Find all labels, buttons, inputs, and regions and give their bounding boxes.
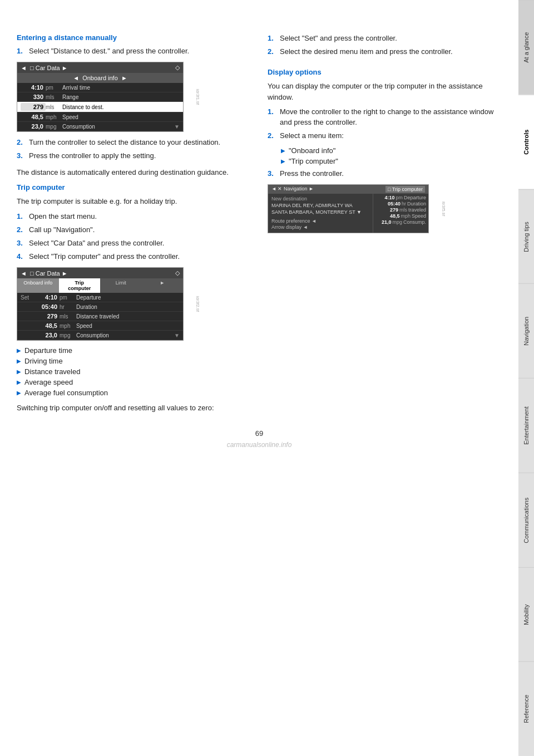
do-step-1-text: Move the controller to the right to chan… xyxy=(280,107,502,127)
bullet-5: ▶ Average fuel consumption xyxy=(17,389,251,397)
trip-computer-bullets: ▶ Departure time ▶ Driving time ▶ Distan… xyxy=(17,346,251,397)
mockup1-title: ◄ □ Car Data ► xyxy=(21,65,68,71)
m2-row5-val: 23,0 xyxy=(34,332,60,338)
sidebar-tab-communications[interactable]: Communications xyxy=(518,473,534,567)
mockup2-row-2: 05:40 hr Duration xyxy=(17,302,183,312)
row1-val: 4:10 xyxy=(21,84,46,91)
bullet-4-arrow: ▶ xyxy=(17,379,21,385)
sidebar-tab-reference[interactable]: Reference xyxy=(518,661,534,756)
step-3-text: Press the controller to apply the settin… xyxy=(29,151,156,161)
do-step-3-num: 3. xyxy=(268,169,276,179)
tab-limit: Limit xyxy=(100,278,142,293)
nav-body: New destination MARINA DEL REY, ADMIRALT… xyxy=(268,194,428,232)
nav-route-pref: Route preference ◄ xyxy=(271,218,369,224)
nav-destinations: MARINA DEL REY, ADMIRALTY WA SANTA BARBA… xyxy=(271,203,369,215)
tab-arrow: ► xyxy=(142,278,184,293)
bullet-1-text: Departure time xyxy=(24,346,72,355)
tc-step-1: 1. Open the start menu. xyxy=(17,212,251,222)
tab-trip-computer: Trip computer xyxy=(59,278,101,293)
car-data-mockup-1: ◄ □ Car Data ► ◇ ◄ Onboard info ► 4:10 p… xyxy=(17,62,184,132)
mockup2-side-label: idr3f2.tif xyxy=(195,296,200,312)
nav-mockup-side-label: itr3f5.tif xyxy=(441,202,446,216)
bullet-2-arrow: ▶ xyxy=(17,358,21,364)
row4-val: 48,5 xyxy=(21,114,46,120)
sidebar-tab-driving-tips[interactable]: Driving tips xyxy=(518,189,534,284)
mockup1-corner: ◇ xyxy=(175,64,180,71)
set-step-1: 1. Select "Set" and press the controller… xyxy=(268,33,502,43)
mockup1-row-4: 48,5 mph Speed xyxy=(17,112,183,122)
row5-label: Consumption xyxy=(62,124,95,130)
do-step-3: 3. Press the controller. xyxy=(268,169,502,179)
nav-label-4: Speed xyxy=(412,213,426,219)
set-step-2: 2. Select the desired menu item and pres… xyxy=(268,47,502,57)
mockup1-row-5: 23,0 mpg Consumption ▼ xyxy=(17,122,183,131)
mockup2-row-3: 279 mls Distance traveled xyxy=(17,312,183,321)
trip-computer-heading: Trip computer xyxy=(17,183,251,192)
do-step-3-text: Press the controller. xyxy=(280,169,344,179)
display-options-steps: 1. Move the controller to the right to c… xyxy=(268,107,502,141)
sidebar-tab-entertainment[interactable]: Entertainment xyxy=(518,378,534,473)
nav-val-5: 21,0 xyxy=(382,219,392,225)
bullet-2: ▶ Driving time xyxy=(17,357,251,365)
do-step-3-list: 3. Press the controller. xyxy=(268,169,502,179)
m2-row3-unit: mls xyxy=(60,313,76,320)
sidebar-tab-controls[interactable]: Controls xyxy=(518,95,534,189)
set-section-steps: 1. Select "Set" and press the controller… xyxy=(268,33,502,57)
sidebar-tab-at-a-glance[interactable]: At a glance xyxy=(518,0,534,95)
tc-step-3-num: 3. xyxy=(17,238,26,248)
set-step-1-num: 1. xyxy=(268,33,276,43)
step-2-num: 2. xyxy=(17,138,26,148)
m2-row3-label: Distance traveled xyxy=(76,313,119,320)
main-content: Entering a distance manually 1. Select "… xyxy=(0,0,518,454)
mockup1-side-label: idr3f1.tif xyxy=(195,89,200,105)
nav-data-4: 48,5 mph Speed xyxy=(375,213,426,219)
set-step-2-text: Select the desired menu item and press t… xyxy=(280,47,453,57)
tc-step-4-text: Select "Trip computer" and press the con… xyxy=(29,252,180,262)
display-options-section: Display options You can display the comp… xyxy=(268,68,502,233)
display-options-heading: Display options xyxy=(268,68,502,76)
do-step-1: 1. Move the controller to the right to c… xyxy=(268,107,502,127)
step-1-num: 1. xyxy=(17,46,26,56)
scroll-arrow-2: ▼ xyxy=(174,332,180,338)
nav-unit-1: pm xyxy=(395,195,403,200)
sidebar-tab-mobility[interactable]: Mobility xyxy=(518,567,534,662)
bullet-3-arrow: ▶ xyxy=(17,369,21,375)
tc-step-4: 4. Select "Trip computer" and press the … xyxy=(17,252,251,262)
sub-bullet-2-arrow: ▶ xyxy=(281,158,285,164)
bullet-4-text: Average speed xyxy=(24,378,73,386)
nav-data-3: 279 mls traveled xyxy=(375,207,426,213)
step-2-text: Turn the controller to select the distan… xyxy=(29,138,220,148)
switching-text: Switching trip computer on/off and reset… xyxy=(17,402,251,414)
entering-distance-steps: 1. Select "Distance to dest." and press … xyxy=(17,46,251,56)
nav-unit-4: mph xyxy=(400,213,411,219)
row3-val: 279 xyxy=(21,103,46,111)
tc-step-2-text: Call up "Navigation". xyxy=(29,225,95,235)
tc-step-2-num: 2. xyxy=(17,225,26,235)
tc-step-1-text: Open the start menu. xyxy=(29,212,97,222)
m2-row4-label: Speed xyxy=(76,323,92,329)
row4-label: Speed xyxy=(62,114,78,120)
row3-label: Distance to dest. xyxy=(62,104,103,110)
nav-title-bar: ◄ ✕ Navigation ► □ Trip computer xyxy=(268,185,428,194)
step-3: 3. Press the controller to apply the set… xyxy=(17,151,251,161)
m2-row5-unit: mpg xyxy=(60,332,76,338)
entering-distance-steps-2-3: 2. Turn the controller to select the dis… xyxy=(17,138,251,161)
sub-bullet-1-arrow: ▶ xyxy=(281,148,285,154)
two-column-layout: Entering a distance manually 1. Select "… xyxy=(17,33,502,418)
do-step-2: 2. Select a menu item: xyxy=(268,131,502,141)
step-3-num: 3. xyxy=(17,151,26,161)
bullet-5-arrow: ▶ xyxy=(17,390,21,396)
m2-row2-label: Duration xyxy=(76,304,97,310)
nav-val-3: 279 xyxy=(390,207,398,213)
nav-left-panel: New destination MARINA DEL REY, ADMIRALT… xyxy=(268,194,373,232)
page-number: 69 xyxy=(17,429,502,438)
display-sub-bullets: ▶ "Onboard info" ▶ "Trip computer" xyxy=(281,146,502,165)
nav-val-4: 48,5 xyxy=(390,213,400,219)
set-step-2-num: 2. xyxy=(268,47,276,57)
sidebar-tab-navigation[interactable]: Navigation xyxy=(518,283,534,378)
entering-distance-heading: Entering a distance manually xyxy=(17,33,251,42)
tc-step-3-text: Select "Car Data" and press the controll… xyxy=(29,238,164,248)
scroll-arrow-1: ▼ xyxy=(174,124,180,130)
mockup1-row-2: 330 mls Range xyxy=(17,92,183,102)
row1-label: Arrival time xyxy=(62,85,90,91)
